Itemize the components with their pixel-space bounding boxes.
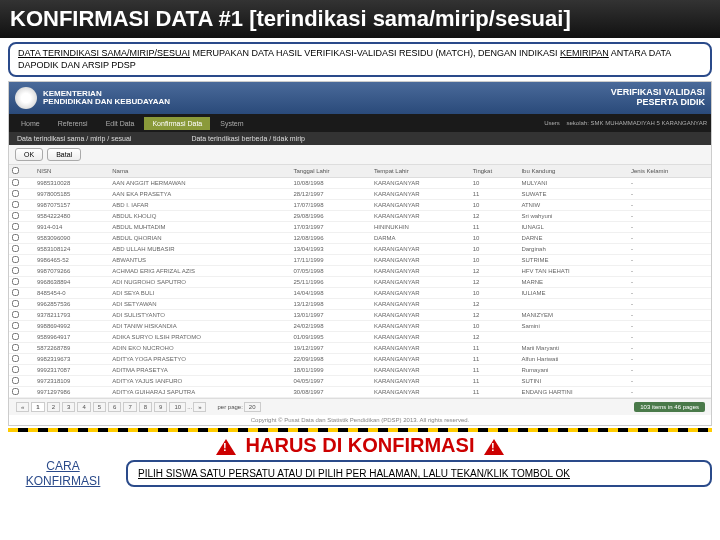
table-row[interactable]: 9583096090ABDUL QHORIAN12/08/1996DARMA10… xyxy=(9,233,711,244)
select-all-checkbox[interactable] xyxy=(12,167,19,174)
page-number[interactable]: 2 xyxy=(47,402,60,412)
row-checkbox[interactable] xyxy=(12,179,19,186)
cell: KARANGANYAR xyxy=(371,365,470,376)
col-header: Tingkat xyxy=(470,165,519,178)
nav-item-edit-data[interactable]: Edit Data xyxy=(98,117,143,130)
cell: - xyxy=(628,233,711,244)
table-row[interactable]: 8485454-0ADI SEYA BULI14/04/1998KARANGAN… xyxy=(9,288,711,299)
cell: 11 xyxy=(470,387,519,398)
table-row[interactable]: 5872268789ADIN EKO NUCROHO19/12/1997KARA… xyxy=(9,343,711,354)
page-number[interactable]: 5 xyxy=(93,402,106,412)
page-number[interactable]: 1 xyxy=(31,402,44,412)
table-row[interactable]: 9914-014ABDUL MUHTADIM17/03/1997HININUKH… xyxy=(9,222,711,233)
table-row[interactable]: 9584222480ABDUL KHOLIQ29/08/1996KARANGAN… xyxy=(9,211,711,222)
cell: KARANGANYAR xyxy=(371,354,470,365)
per-page-select[interactable]: 20 xyxy=(244,402,261,412)
table-row[interactable]: 9972318109ADITYA YAJUS IANFURO04/05/1997… xyxy=(9,376,711,387)
cell: 10/08/1998 xyxy=(291,178,371,189)
row-checkbox[interactable] xyxy=(12,322,19,329)
cell: - xyxy=(628,365,711,376)
cell: - xyxy=(628,354,711,365)
cell: 13/01/1997 xyxy=(291,310,371,321)
cell: KARANGANYAR xyxy=(371,299,470,310)
table-row[interactable]: 9985310028AAN ANGGIT HERMAWAN10/08/1998K… xyxy=(9,178,711,189)
row-checkbox[interactable] xyxy=(12,355,19,362)
page-number[interactable]: 6 xyxy=(108,402,121,412)
row-checkbox[interactable] xyxy=(12,333,19,340)
cell: ADI NUGROHO SAPUTRO xyxy=(109,277,290,288)
cell: KARANGANYAR xyxy=(371,178,470,189)
row-checkbox[interactable] xyxy=(12,256,19,263)
table-row[interactable]: 9978005185AAN EKA PRASETYA28/12/1997KARA… xyxy=(9,189,711,200)
cell: 17/07/1998 xyxy=(291,200,371,211)
pager-summary: 103 items in 46 pages xyxy=(634,402,705,412)
cell: ATNIW xyxy=(518,200,628,211)
cell: ABDUL QHORIAN xyxy=(109,233,290,244)
table-row[interactable]: 9987075157ABD I. IAFAR17/07/1998KARANGAN… xyxy=(9,200,711,211)
row-checkbox[interactable] xyxy=(12,377,19,384)
cell: KARANGANYAR xyxy=(371,255,470,266)
row-checkbox[interactable] xyxy=(12,388,19,395)
table-row[interactable]: 9968638894ADI NUGROHO SAPUTRO25/11/1996K… xyxy=(9,277,711,288)
cell: DARNE xyxy=(518,233,628,244)
table-row[interactable]: 9986465-52ABWANTUS17/11/1999KARANGANYAR1… xyxy=(9,255,711,266)
pager-prev[interactable]: « xyxy=(16,402,29,412)
row-checkbox[interactable] xyxy=(12,344,19,351)
cell: 25/11/1996 xyxy=(291,277,371,288)
page-number[interactable]: 8 xyxy=(139,402,152,412)
cell: ABWANTUS xyxy=(109,255,290,266)
nav-item-referensi[interactable]: Referensi xyxy=(50,117,96,130)
cell: 30/08/1997 xyxy=(291,387,371,398)
cell: 9584222480 xyxy=(34,211,109,222)
page-number[interactable]: 7 xyxy=(123,402,136,412)
cell: 14/04/1998 xyxy=(291,288,371,299)
row-checkbox[interactable] xyxy=(12,190,19,197)
row-checkbox[interactable] xyxy=(12,278,19,285)
cell: ACHMAD ERIG AFRIZAL AZIS xyxy=(109,266,290,277)
nav-item-home[interactable]: Home xyxy=(13,117,48,130)
row-checkbox[interactable] xyxy=(12,311,19,318)
page-number[interactable]: 4 xyxy=(77,402,90,412)
row-checkbox[interactable] xyxy=(12,366,19,373)
table-row[interactable]: 9378211793ADI SULISTYANTO13/01/1997KARAN… xyxy=(9,310,711,321)
pager-next[interactable]: » xyxy=(193,402,206,412)
table-row[interactable]: 9988694992ADI TANIW HISKANDIA24/02/1998K… xyxy=(9,321,711,332)
row-checkbox[interactable] xyxy=(12,201,19,208)
cell: KARANGANYAR xyxy=(371,288,470,299)
nav-item-konfirmasi-data[interactable]: Konfirmasi Data xyxy=(144,117,210,130)
cell: - xyxy=(628,299,711,310)
table-row[interactable]: 9962857536ADI SETYAWAN13/12/1998KARANGAN… xyxy=(9,299,711,310)
row-checkbox[interactable] xyxy=(12,223,19,230)
cell: SUWATE xyxy=(518,189,628,200)
row-checkbox[interactable] xyxy=(12,300,19,307)
page-number[interactable]: 9 xyxy=(154,402,167,412)
table-row[interactable]: 9987079266ACHMAD ERIG AFRIZAL AZIS07/05/… xyxy=(9,266,711,277)
page-number[interactable]: 10 xyxy=(169,402,186,412)
row-checkbox[interactable] xyxy=(12,212,19,219)
ok-button[interactable]: OK xyxy=(15,148,43,161)
cara-konfirmasi-link[interactable]: CARA KONFIRMASI xyxy=(8,459,118,488)
table-row[interactable]: 9583108124ABD ULLAH MUBASIR13/04/1993KAR… xyxy=(9,244,711,255)
row-checkbox[interactable] xyxy=(12,245,19,252)
table-row[interactable]: 9971297986ADITYA GUIHARAJ SAPUTRA30/08/1… xyxy=(9,387,711,398)
subnav-right[interactable]: Data terindikasi berbeda / tidak mirip xyxy=(191,135,305,142)
batal-button[interactable]: Batal xyxy=(47,148,81,161)
desc-underline-2: KEMIRIPAN xyxy=(560,48,609,58)
cell: 9992317087 xyxy=(34,365,109,376)
cell: 13/12/1998 xyxy=(291,299,371,310)
page-number[interactable]: 3 xyxy=(62,402,75,412)
cell: - xyxy=(628,200,711,211)
footer-copyright: Copyright © Pusat Data dan Statistik Pen… xyxy=(9,415,711,425)
table-row[interactable]: 9589964917ADIKA SURYO ILSIH PRATOMO01/09… xyxy=(9,332,711,343)
row-checkbox[interactable] xyxy=(12,267,19,274)
nav-item-system[interactable]: System xyxy=(212,117,251,130)
subnav-left[interactable]: Data terindikasi sama / mirip / sesuai xyxy=(17,135,131,142)
table-row[interactable]: 9982319673ADITYA YOGA PRASETYO22/09/1998… xyxy=(9,354,711,365)
row-checkbox[interactable] xyxy=(12,289,19,296)
row-checkbox[interactable] xyxy=(12,234,19,241)
cell: 12/08/1996 xyxy=(291,233,371,244)
cell: - xyxy=(628,288,711,299)
table-row[interactable]: 9992317087ADITMA PRASETYA18/01/1999KARAN… xyxy=(9,365,711,376)
cell: Sri wahyuni xyxy=(518,211,628,222)
cell: 9968638894 xyxy=(34,277,109,288)
